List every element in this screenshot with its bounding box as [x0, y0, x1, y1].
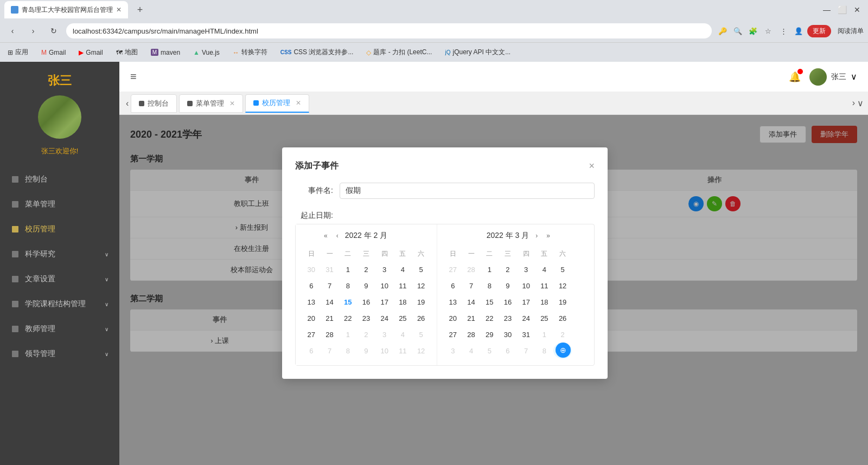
cal-day[interactable]: 30 — [499, 326, 517, 343]
bookmark-maven[interactable]: M maven — [148, 48, 183, 57]
sidebar-item-calendar[interactable]: 校历管理 — [0, 217, 119, 242]
cal-day[interactable]: 5 — [553, 261, 572, 277]
cal-day[interactable]: 10 — [517, 277, 535, 294]
sidebar-item-dashboard[interactable]: 控制台 — [0, 167, 119, 192]
tab-menu-close[interactable]: ✕ — [229, 100, 235, 107]
cal-day[interactable]: 9 — [357, 343, 375, 359]
cal-day[interactable]: ⊕ — [553, 343, 572, 359]
cal-day[interactable]: 5 — [480, 343, 499, 359]
cal-day[interactable]: 2 — [357, 326, 375, 343]
cal-day[interactable]: 11 — [394, 343, 412, 359]
cal-day[interactable]: 24 — [517, 310, 535, 326]
cal-day[interactable]: 3 — [375, 261, 394, 277]
browser-tab[interactable]: 青岛理工大学校园官网后台管理 ✕ — [4, 1, 128, 18]
cal-day[interactable]: 17 — [517, 294, 535, 310]
cal-day[interactable]: 8 — [339, 343, 357, 359]
cal-day[interactable]: 7 — [517, 343, 535, 359]
search-icon[interactable]: 🔍 — [731, 24, 744, 37]
bookmark-convert[interactable]: ↔ 转换字符 — [229, 47, 271, 58]
bookmark-jquery[interactable]: jQ jQuery API 中文文... — [442, 47, 514, 58]
cal-day[interactable]: 12 — [412, 343, 430, 359]
cal-day[interactable]: 11 — [535, 277, 554, 294]
cal-day[interactable]: 2 — [499, 261, 517, 277]
update-button[interactable]: 更新 — [807, 25, 831, 37]
cal-day[interactable]: 3 — [375, 326, 394, 343]
cal-day[interactable]: 5 — [412, 261, 430, 277]
bookmark-apps[interactable]: ⊞ 应用 — [4, 47, 31, 58]
cal-day[interactable]: 4 — [535, 261, 554, 277]
cal-day[interactable]: 1 — [535, 326, 554, 343]
cal-day[interactable]: 21 — [321, 310, 339, 326]
address-bar[interactable]: localhost:63342/campus/src/main/manageHT… — [66, 23, 712, 38]
cal-day[interactable]: 3 — [444, 343, 462, 359]
user-info[interactable]: 张三 ∨ — [809, 68, 857, 86]
cal-day[interactable]: 31 — [321, 261, 339, 277]
tab-dashboard[interactable]: 控制台 — [131, 94, 177, 113]
tab-close-btn[interactable]: ✕ — [116, 6, 122, 14]
cal-day[interactable]: 25 — [535, 310, 554, 326]
cal-day[interactable]: 28 — [462, 326, 481, 343]
bookmark-maps[interactable]: 🗺 地图 — [113, 47, 141, 58]
next-year-mar[interactable]: » — [544, 231, 552, 241]
cal-day[interactable]: 10 — [375, 277, 394, 294]
cal-day[interactable]: 4 — [462, 343, 481, 359]
cal-day[interactable]: 14 — [321, 294, 339, 310]
cal-day[interactable]: 9 — [499, 277, 517, 294]
cal-day[interactable]: 27 — [444, 326, 462, 343]
cal-day[interactable]: 18 — [535, 294, 554, 310]
cal-day[interactable]: 2 — [553, 326, 572, 343]
tab-calendar-close[interactable]: ✕ — [296, 99, 301, 107]
bookmark-leetcode[interactable]: ◇ 题库 - 力扣 (LeetC... — [363, 47, 435, 58]
back-button[interactable]: ‹ — [4, 23, 21, 39]
event-name-input[interactable] — [340, 183, 595, 199]
close-button[interactable]: ✕ — [851, 3, 864, 16]
tab-menu[interactable]: 菜单管理 ✕ — [179, 94, 243, 113]
cal-day[interactable]: 26 — [553, 310, 572, 326]
tab-nav-right[interactable]: › — [852, 98, 855, 108]
cal-day[interactable]: 20 — [444, 310, 462, 326]
cal-day[interactable]: 14 — [462, 294, 481, 310]
cal-day[interactable]: 18 — [394, 294, 412, 310]
cal-day[interactable]: 13 — [444, 294, 462, 310]
cal-day[interactable]: 7 — [462, 277, 481, 294]
extensions-icon[interactable]: 🧩 — [746, 24, 760, 37]
cal-day[interactable]: 16 — [357, 294, 375, 310]
bookmark-gmail[interactable]: M Gmail — [38, 48, 69, 57]
bookmark-css[interactable]: CSS CSS 浏览器支持参... — [277, 47, 357, 58]
cal-day[interactable]: 6 — [499, 343, 517, 359]
sidebar-item-science[interactable]: 科学研究 ∨ — [0, 242, 119, 267]
cal-day[interactable]: 20 — [302, 310, 321, 326]
cal-day[interactable]: 23 — [499, 310, 517, 326]
cal-day[interactable]: 24 — [375, 310, 394, 326]
cal-day[interactable]: 12 — [412, 277, 430, 294]
cal-day[interactable]: 6 — [302, 277, 321, 294]
tab-nav-expand[interactable]: ∨ — [857, 98, 864, 108]
modal-close-button[interactable]: × — [589, 160, 595, 172]
menu-toggle-button[interactable]: ≡ — [130, 70, 137, 83]
sidebar-item-leader[interactable]: 领导管理 ∨ — [0, 341, 119, 366]
sidebar-item-teacher[interactable]: 教师管理 ∨ — [0, 317, 119, 341]
key-icon[interactable]: 🔑 — [716, 24, 729, 37]
reload-button[interactable]: ↻ — [46, 23, 62, 39]
cal-day[interactable]: 19 — [412, 294, 430, 310]
cal-day[interactable]: 2 — [357, 261, 375, 277]
bookmark-youtube[interactable]: ▶ Gmail — [75, 48, 106, 57]
cal-day[interactable]: 10 — [375, 343, 394, 359]
bookmark-vuejs[interactable]: ▲ Vue.js — [190, 48, 223, 57]
next-month-mar[interactable]: › — [533, 231, 540, 241]
cal-day[interactable]: 7 — [321, 343, 339, 359]
cal-day[interactable]: 22 — [339, 310, 357, 326]
cal-day[interactable]: 21 — [462, 310, 481, 326]
cal-day[interactable]: 23 — [357, 310, 375, 326]
cal-day[interactable]: 13 — [302, 294, 321, 310]
notification-bell[interactable]: 🔔 — [789, 71, 801, 83]
prev-year-feb[interactable]: « — [322, 231, 330, 241]
new-tab-button[interactable]: + — [132, 2, 148, 17]
cal-day[interactable]: 4 — [394, 326, 412, 343]
cal-day-today[interactable]: 15 — [339, 294, 357, 310]
cal-day[interactable]: 19 — [553, 294, 572, 310]
bookmark-icon[interactable]: ⋮ — [777, 24, 790, 37]
tab-calendar[interactable]: 校历管理 ✕ — [245, 94, 309, 113]
cal-day[interactable]: 27 — [302, 326, 321, 343]
cal-day[interactable]: 30 — [302, 261, 321, 277]
